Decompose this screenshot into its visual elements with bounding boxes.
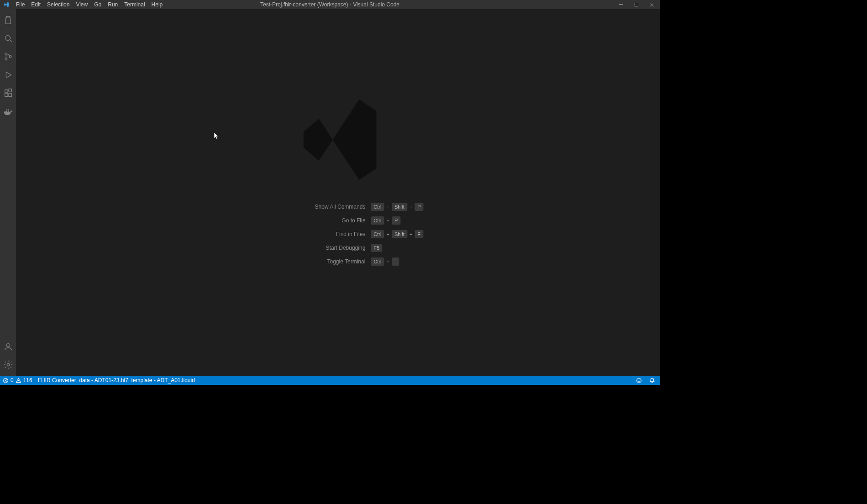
plus: + [386,259,389,264]
svg-point-6 [5,53,7,55]
menu-view[interactable]: View [73,0,91,9]
svg-marker-9 [6,72,11,78]
plus: + [409,231,413,237]
svg-point-25 [18,381,19,382]
svg-rect-10 [5,90,7,93]
watermark: Show All Commands Ctrl + Shift + P Go to… [252,92,423,266]
window-controls [613,0,660,9]
menu-terminal[interactable]: Terminal [121,0,148,9]
explorer-icon[interactable] [0,11,16,29]
key: Ctrl [371,203,384,211]
key: Shift [392,230,407,238]
window-maximize-button[interactable] [629,0,644,9]
key: P [392,216,400,225]
svg-rect-17 [6,109,7,110]
warning-icon [16,378,21,383]
key: Ctrl [371,230,384,238]
shortcut-row: Go to File Ctrl + P [252,216,423,225]
status-fhir-text: FHIR Converter: data - ADT01-23.hl7, tem… [38,377,195,383]
plus: + [386,218,389,223]
shortcut-keys: Ctrl + Shift + P [371,203,423,211]
shortcut-row: Toggle Terminal Ctrl + ` [252,257,423,266]
shortcut-keys: Ctrl + Shift + F [371,230,423,238]
key: F5 [371,244,382,252]
status-fhir-converter[interactable]: FHIR Converter: data - ADT01-23.hl7, tem… [35,376,198,385]
status-bell-icon[interactable] [646,376,658,385]
status-problems[interactable]: 0 116 [0,376,35,385]
editor-empty-area: Show All Commands Ctrl + Shift + P Go to… [16,9,660,376]
shortcut-row: Find in Files Ctrl + Shift + F [252,230,423,238]
menu-edit[interactable]: Edit [28,0,44,9]
plus: + [409,204,413,210]
svg-rect-16 [8,111,9,112]
svg-rect-13 [8,89,11,92]
key: Shift [392,203,407,211]
docker-icon[interactable] [0,102,16,121]
title-bar: File Edit Selection View Go Run Terminal… [0,0,660,9]
shortcut-label: Find in Files [252,231,371,237]
error-count: 0 [11,377,14,383]
menu-help[interactable]: Help [148,0,166,9]
svg-point-27 [638,379,638,380]
key: F [415,230,423,238]
status-bar: 0 116 FHIR Converter: data - ADT01-23.hl… [0,376,660,385]
window-close-button[interactable] [644,0,660,9]
menu-bar: File Edit Selection View Go Run Terminal… [13,0,166,9]
svg-rect-14 [4,111,5,112]
svg-rect-18 [8,109,9,110]
gear-icon[interactable] [0,356,16,374]
svg-point-4 [5,36,10,41]
key: ` [392,257,399,266]
svg-rect-12 [8,94,11,96]
svg-point-19 [6,344,10,347]
shortcut-row: Show All Commands Ctrl + Shift + P [252,203,423,211]
shortcut-keys: Ctrl + ` [371,257,399,266]
menu-selection[interactable]: Selection [44,0,73,9]
plus: + [386,204,389,210]
shortcut-hints: Show All Commands Ctrl + Shift + P Go to… [252,203,423,266]
shortcut-label: Go to File [252,217,371,224]
activity-bar [0,9,16,376]
warning-count: 116 [23,377,32,383]
key: Ctrl [371,216,384,225]
search-icon[interactable] [0,29,16,47]
shortcut-keys: Ctrl + P [371,216,400,225]
accounts-icon[interactable] [0,337,16,356]
key: Ctrl [371,257,384,266]
menu-run[interactable]: Run [105,0,121,9]
svg-rect-11 [5,94,7,96]
svg-rect-15 [6,111,7,112]
svg-line-5 [10,40,12,42]
status-feedback-icon[interactable] [633,376,645,385]
key: P [415,203,423,211]
svg-point-26 [637,378,641,383]
error-icon [3,378,9,383]
run-debug-icon[interactable] [0,66,16,84]
svg-rect-1 [635,3,638,6]
svg-point-28 [640,379,640,380]
shortcut-label: Show All Commands [252,204,371,210]
menu-file[interactable]: File [13,0,28,9]
shortcut-keys: F5 [371,244,382,252]
menu-go[interactable]: Go [91,0,105,9]
extensions-icon[interactable] [0,84,16,102]
plus: + [386,231,389,237]
svg-point-20 [7,363,10,366]
shortcut-label: Start Debugging [252,245,371,251]
shortcut-row: Start Debugging F5 [252,244,423,252]
window-minimize-button[interactable] [613,0,629,9]
source-control-icon[interactable] [0,47,16,66]
shortcut-label: Toggle Terminal [252,258,371,265]
vscode-app-icon [0,0,13,9]
svg-point-7 [5,58,7,60]
vscode-logo-watermark [290,92,386,189]
